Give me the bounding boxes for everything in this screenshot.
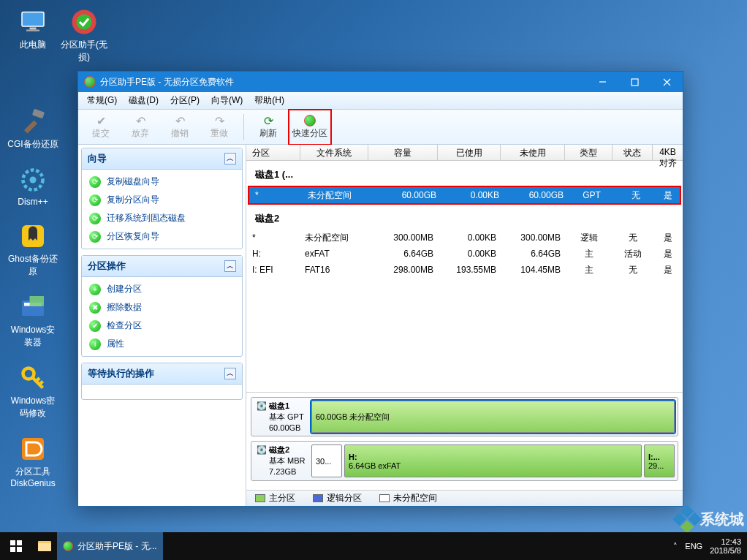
wizard-copy-partition[interactable]: ⟳复制分区向导 — [82, 191, 242, 209]
partition-block[interactable]: 30... — [311, 444, 342, 477]
main-area: 分区 文件系统 容量 已使用 未使用 类型 状态 4KB对齐 磁盘1 (... … — [246, 145, 683, 506]
undo-button[interactable]: ↶撤销 — [160, 111, 200, 143]
tray-up-icon[interactable]: ˄ — [673, 542, 678, 551]
disk-group-label[interactable]: 磁盘2 — [246, 205, 683, 230]
language-indicator[interactable]: ENG — [685, 542, 702, 550]
clock[interactable]: 12:432018/5/8 — [710, 537, 741, 555]
desktop-icon-this-pc[interactable]: 此电脑 — [7, 7, 58, 51]
app-icon — [69, 7, 99, 37]
col-4k-align[interactable]: 4KB对齐 — [653, 145, 683, 160]
partition-row[interactable]: H:exFAT6.64GB0.00KB6.64GB主活动是 — [246, 246, 683, 262]
disk-visual-area: 💽 磁盘1基本 GPT60.00GB 60.00GB 未分配空间 💽 磁盘2基本… — [246, 392, 683, 490]
desktop-icon-label: 此电脑 — [7, 39, 58, 51]
svg-rect-14 — [632, 79, 638, 86]
col-used[interactable]: 已使用 — [438, 145, 501, 160]
partition-row[interactable]: * 未分配空间 60.00GB 0.00KB 60.00GB GPT 无 是 — [249, 187, 680, 203]
op-icon: ✖ — [89, 302, 101, 314]
wizard-copy-disk[interactable]: ⟳复制磁盘向导 — [82, 173, 242, 191]
op-wipe-data[interactable]: ✖擦除数据 — [82, 298, 242, 317]
watermark: 系统城 — [677, 509, 744, 529]
sidebar: 向导︿ ⟳复制磁盘向导 ⟳复制分区向导 ⟳迁移系统到固态磁盘 ⟳分区恢复向导 分… — [78, 145, 246, 506]
desktop-icon-diskgenius[interactable]: 分区工具DiskGenius — [7, 434, 58, 488]
desktop-icon-partition-assistant[interactable]: 分区助手(无损) — [58, 7, 110, 64]
collapse-icon[interactable]: ︿ — [224, 153, 236, 164]
taskbar-explorer[interactable] — [32, 532, 57, 560]
desktop-icon-dism[interactable]: Dism++ — [7, 165, 58, 207]
key-icon — [18, 363, 48, 393]
panel-header[interactable]: 向导︿ — [82, 148, 242, 170]
col-type[interactable]: 类型 — [565, 145, 613, 160]
menubar: 常规(G) 磁盘(D) 分区(P) 向导(W) 帮助(H) — [78, 92, 683, 110]
taskbar-app[interactable]: 分区助手PE版 - 无... — [57, 532, 163, 560]
grid-header: 分区 文件系统 容量 已使用 未使用 类型 状态 4KB对齐 — [246, 145, 683, 161]
swatch-icon — [379, 494, 390, 502]
desktop-icon-label: Windows密码修改 — [7, 395, 58, 420]
undo-icon: ↶ — [136, 114, 145, 127]
maximize-button[interactable] — [618, 72, 651, 92]
redo-button[interactable]: ↷重做 — [200, 111, 239, 143]
panel-header[interactable]: 等待执行的操作︿ — [82, 363, 242, 385]
menu-disk[interactable]: 磁盘(D) — [123, 94, 164, 107]
col-status[interactable]: 状态 — [613, 145, 653, 160]
wizard-icon: ⟳ — [89, 176, 101, 188]
window-title: 分区助手PE版 - 无损分区免费软件 — [100, 76, 234, 88]
partition-row[interactable]: *未分配空间300.00MB0.00KB300.00MB逻辑无是 — [246, 230, 683, 246]
col-free[interactable]: 未使用 — [501, 145, 565, 160]
desktop-icon-winpwd[interactable]: Windows密码修改 — [7, 363, 58, 420]
op-icon: i — [89, 338, 101, 350]
col-filesystem[interactable]: 文件系统 — [300, 145, 368, 160]
minimize-button[interactable] — [586, 72, 618, 92]
svg-rect-16 — [17, 540, 22, 545]
refresh-button[interactable]: ⟳刷新 — [249, 111, 288, 143]
svg-rect-0 — [22, 12, 44, 27]
undo-icon: ↶ — [175, 114, 185, 127]
desktop-icon-ghost[interactable]: Ghost备份还原 — [7, 222, 58, 278]
discard-button[interactable]: ↶放弃 — [121, 111, 160, 143]
partition-block[interactable]: 60.00GB 未分配空间 — [311, 401, 675, 434]
op-properties[interactable]: i属性 — [82, 335, 242, 353]
hammer-icon — [18, 107, 48, 136]
menu-wizard[interactable]: 向导(W) — [205, 94, 249, 107]
op-check-partition[interactable]: ✔检查分区 — [82, 317, 242, 335]
svg-rect-15 — [10, 540, 15, 545]
app-icon — [304, 114, 316, 127]
partition-block[interactable]: I:...29... — [644, 444, 675, 477]
menu-partition[interactable]: 分区(P) — [164, 94, 205, 107]
highlight-annotation: * 未分配空间 60.00GB 0.00KB 60.00GB GPT 无 是 — [248, 186, 681, 205]
collapse-icon[interactable]: ︿ — [224, 260, 236, 272]
partition-block[interactable]: H:6.64GB exFAT — [344, 444, 642, 477]
col-capacity[interactable]: 容量 — [368, 145, 438, 160]
wizard-panel: 向导︿ ⟳复制磁盘向导 ⟳复制分区向导 ⟳迁移系统到固态磁盘 ⟳分区恢复向导 — [81, 148, 243, 249]
svg-point-4 — [77, 15, 92, 30]
menu-general[interactable]: 常规(G) — [81, 94, 123, 107]
legend-unallocated: 未分配空间 — [379, 492, 437, 504]
quick-partition-button[interactable]: 快速分区 — [290, 111, 330, 143]
wizard-recover-partition[interactable]: ⟳分区恢复向导 — [82, 227, 242, 246]
redo-icon: ↷ — [215, 114, 224, 127]
swatch-icon — [255, 494, 265, 502]
desktop-icon-wininstall[interactable]: Windows安装器 — [7, 292, 58, 349]
wizard-icon: ⟳ — [89, 194, 101, 206]
wizard-migrate-ssd[interactable]: ⟳迁移系统到固态磁盘 — [82, 209, 242, 227]
pending-panel: 等待执行的操作︿ — [81, 363, 243, 400]
grid-body: 磁盘1 (... * 未分配空间 60.00GB 0.00KB 60.00GB … — [246, 161, 683, 392]
desktop-icon-cgi[interactable]: CGI备份还原 — [7, 107, 58, 151]
partition-row[interactable]: I: EFIFAT16298.00MB193.55MB104.45MB主无是 — [246, 262, 683, 278]
close-button[interactable] — [651, 72, 683, 92]
disk-name: 磁盘1 — [269, 401, 289, 410]
disk-visual: 💽 磁盘1基本 GPT60.00GB 60.00GB 未分配空间 — [251, 397, 678, 437]
disk-group-label[interactable]: 磁盘1 (... — [246, 161, 683, 186]
col-partition[interactable]: 分区 — [246, 145, 300, 160]
op-create-partition[interactable]: +创建分区 — [82, 280, 242, 298]
wizard-icon: ⟳ — [89, 231, 101, 243]
titlebar[interactable]: 分区助手PE版 - 无损分区免费软件 — [78, 72, 683, 92]
panel-header[interactable]: 分区操作︿ — [82, 256, 242, 277]
commit-button[interactable]: ✔提交 — [81, 111, 121, 143]
menu-help[interactable]: 帮助(H) — [249, 94, 290, 107]
swatch-icon — [313, 494, 323, 502]
legend: 主分区 逻辑分区 未分配空间 — [246, 490, 683, 506]
start-button[interactable] — [0, 532, 32, 560]
collapse-icon[interactable]: ︿ — [224, 368, 236, 379]
op-icon: ✔ — [89, 320, 101, 332]
desktop-icon-label: 分区工具DiskGenius — [7, 466, 58, 488]
